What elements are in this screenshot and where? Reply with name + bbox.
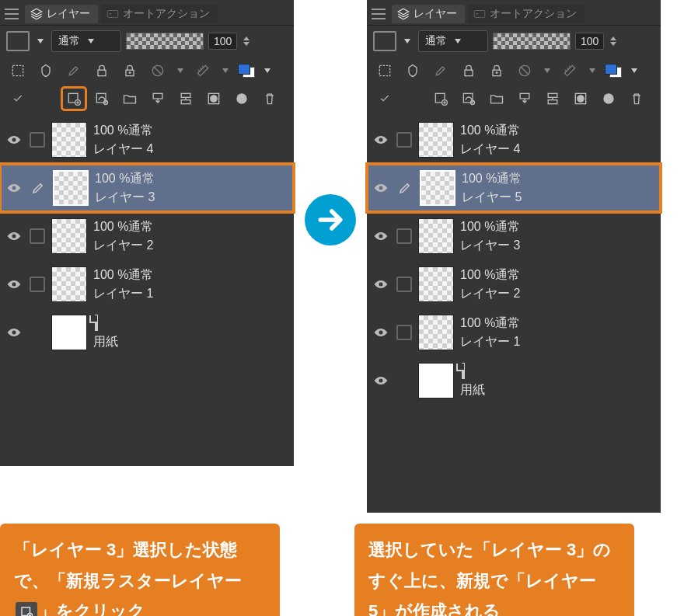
visibility-eye-icon[interactable] xyxy=(372,134,390,145)
new-raster-layer-button[interactable] xyxy=(429,88,452,110)
visibility-eye-icon[interactable] xyxy=(5,231,23,242)
layer-color-chip[interactable] xyxy=(236,62,256,79)
layer-name: レイヤー 2 xyxy=(460,284,520,303)
layer-row[interactable]: 100 %通常レイヤー 2 xyxy=(0,212,294,260)
layer-row[interactable]: 100 %通常レイヤー 5 xyxy=(367,164,661,212)
paper-icon xyxy=(462,363,465,379)
layer-row[interactable]: 100 %通常レイヤー 1 xyxy=(0,260,294,308)
tab-auto-action[interactable]: オートアクション xyxy=(468,5,585,23)
visibility-eye-icon[interactable] xyxy=(372,327,390,338)
ruler-icon[interactable] xyxy=(558,60,581,82)
tab-auto-action[interactable]: オートアクション xyxy=(101,5,218,23)
opacity-value[interactable]: 100 xyxy=(208,33,237,50)
visibility-eye-icon[interactable] xyxy=(5,134,23,145)
merge-down-icon[interactable] xyxy=(174,88,197,110)
opacity-slider[interactable] xyxy=(126,33,204,50)
layer-lock-box[interactable] xyxy=(30,228,45,244)
new-vector-layer-button[interactable] xyxy=(90,88,113,110)
layer-row[interactable]: 100 %通常レイヤー 4 xyxy=(367,116,661,164)
opacity-slider[interactable] xyxy=(493,33,571,50)
blend-mode-select[interactable]: 通常 xyxy=(51,30,121,52)
visibility-eye-icon[interactable] xyxy=(372,375,390,386)
palette-color-swatch[interactable] xyxy=(373,31,396,51)
new-raster-layer-button[interactable] xyxy=(62,88,86,110)
blend-mode-value: 通常 xyxy=(58,34,80,48)
draft-layer-icon[interactable] xyxy=(429,60,452,82)
visibility-eye-icon[interactable] xyxy=(372,279,390,290)
opacity-stepper[interactable] xyxy=(610,37,616,46)
chevron-down-icon[interactable] xyxy=(544,68,550,73)
layer-row-paper[interactable]: 用紙 xyxy=(0,308,294,357)
layer-lock-box[interactable] xyxy=(30,132,45,148)
chevron-down-icon[interactable] xyxy=(264,68,270,73)
clip-mask-icon[interactable] xyxy=(373,60,396,82)
panel-menu-icon[interactable] xyxy=(5,9,19,19)
palette-color-swatch[interactable] xyxy=(6,31,30,51)
layer-row[interactable]: 100 %通常レイヤー 3 xyxy=(0,164,294,212)
panel-menu-icon[interactable] xyxy=(372,9,386,19)
merge-down-icon[interactable] xyxy=(541,88,564,110)
create-mask-icon[interactable] xyxy=(202,88,225,110)
layer-lock-box[interactable] xyxy=(396,132,412,148)
ruler-icon[interactable] xyxy=(191,60,215,82)
opacity-value[interactable]: 100 xyxy=(575,33,604,50)
layer-row[interactable]: 100 %通常レイヤー 3 xyxy=(367,212,661,260)
chevron-down-icon[interactable] xyxy=(589,68,595,73)
check-icon[interactable] xyxy=(373,88,396,110)
chevron-down-icon[interactable] xyxy=(222,68,229,73)
new-folder-button[interactable] xyxy=(118,88,141,110)
apply-mask-icon[interactable] xyxy=(230,88,253,110)
layer-lock-box[interactable] xyxy=(396,277,412,292)
new-folder-button[interactable] xyxy=(485,88,508,110)
lock-icon[interactable] xyxy=(90,60,113,82)
layer-row-paper[interactable]: 用紙 xyxy=(367,357,661,405)
tab-layers[interactable]: レイヤー xyxy=(392,5,465,23)
layer-row[interactable]: 100 %通常レイヤー 4 xyxy=(0,116,294,164)
visibility-eye-icon[interactable] xyxy=(5,327,23,338)
svg-rect-16 xyxy=(474,11,485,18)
reference-layer-icon[interactable] xyxy=(401,60,424,82)
visibility-eye-icon[interactable] xyxy=(372,183,390,193)
draft-layer-icon[interactable] xyxy=(62,60,86,82)
svg-rect-11 xyxy=(181,93,190,97)
layer-lock-box[interactable] xyxy=(396,325,412,340)
check-icon[interactable] xyxy=(6,88,30,110)
clip-mask-icon[interactable] xyxy=(6,60,30,82)
transfer-down-icon[interactable] xyxy=(513,88,536,110)
lock-icon[interactable] xyxy=(457,60,480,82)
layer-controls-row3 xyxy=(367,85,661,113)
opacity-stepper[interactable] xyxy=(243,37,250,46)
svg-rect-18 xyxy=(465,70,473,76)
visibility-eye-icon[interactable] xyxy=(5,183,23,193)
chevron-down-icon[interactable] xyxy=(404,39,410,44)
layer-lock-box[interactable] xyxy=(396,228,412,244)
apply-mask-icon[interactable] xyxy=(597,88,620,110)
layer-opacity-mode: 100 %通常 xyxy=(460,218,520,236)
visibility-eye-icon[interactable] xyxy=(5,279,23,290)
layer-labels: 100 %通常レイヤー 5 xyxy=(462,169,522,207)
svg-rect-26 xyxy=(520,93,529,99)
create-mask-icon[interactable] xyxy=(569,88,592,110)
mask-enable-icon[interactable] xyxy=(146,60,169,82)
layer-row[interactable]: 100 %通常レイヤー 2 xyxy=(367,260,661,308)
layer-opacity-mode: 100 %通常 xyxy=(460,266,520,284)
layer-lock-box[interactable] xyxy=(30,277,45,292)
delete-layer-button[interactable] xyxy=(258,88,281,110)
layer-color-chip[interactable] xyxy=(603,62,623,79)
svg-rect-12 xyxy=(181,100,190,104)
lock-transparent-icon[interactable] xyxy=(485,60,508,82)
mask-enable-icon[interactable] xyxy=(513,60,536,82)
chevron-down-icon[interactable] xyxy=(37,39,44,44)
delete-layer-button[interactable] xyxy=(625,88,648,110)
chevron-down-icon[interactable] xyxy=(631,68,637,73)
lock-transparent-icon[interactable] xyxy=(118,60,141,82)
chevron-down-icon[interactable] xyxy=(177,68,183,73)
tab-layers[interactable]: レイヤー xyxy=(25,5,98,23)
blend-mode-select[interactable]: 通常 xyxy=(418,30,488,52)
new-vector-layer-button[interactable] xyxy=(457,88,480,110)
reference-layer-icon[interactable] xyxy=(34,60,58,82)
transfer-down-icon[interactable] xyxy=(146,88,169,110)
layer-row[interactable]: 100 %通常レイヤー 1 xyxy=(367,308,661,357)
visibility-eye-icon[interactable] xyxy=(372,231,390,242)
chevron-down-icon xyxy=(455,39,461,44)
